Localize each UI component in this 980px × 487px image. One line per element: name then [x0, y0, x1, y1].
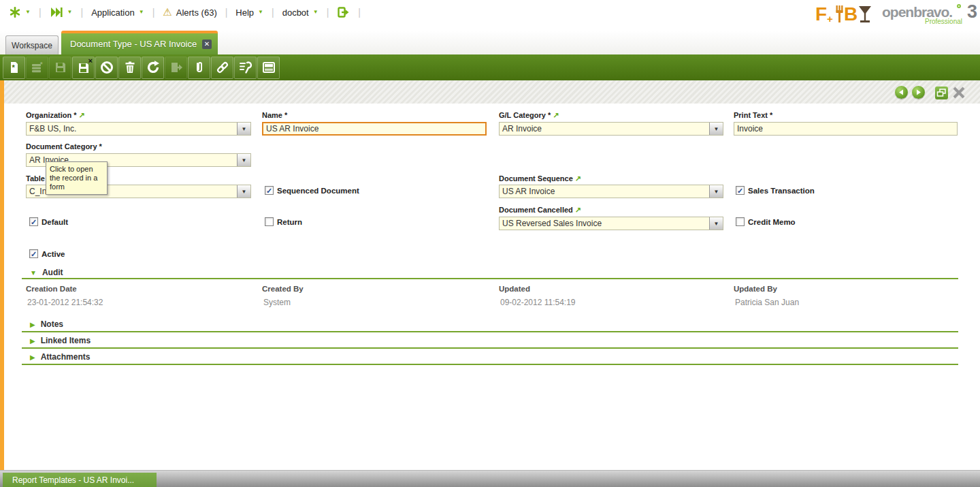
menu-separator: | [358, 7, 361, 18]
triangle-down-icon: ▼ [30, 269, 37, 277]
save-and-close-button[interactable]: × [72, 57, 95, 79]
record-toolbar: * * × [0, 54, 980, 80]
created-by-value: System [263, 298, 291, 307]
new-record-icon: * [7, 61, 21, 74]
section-divider [22, 364, 958, 365]
attachment-icon [193, 61, 206, 74]
openbravo-window: ▼ | ▼ | Application ▼ | ⚠ Alerts (63) [0, 0, 980, 487]
close-view-button[interactable] [952, 86, 966, 99]
organization-label: Organization *↗ [26, 111, 85, 120]
openbravo-ring-icon [957, 4, 961, 8]
linked-items-section-header[interactable]: ▶ Linked Items [30, 336, 91, 345]
menu-separator: | [272, 7, 274, 18]
save-button [49, 57, 71, 79]
gl-category-select[interactable]: AR Invoice ▼ [499, 122, 723, 136]
bottom-status-bar: Report Templates - US AR Invoi... [0, 470, 980, 487]
restore-window-icon [936, 89, 947, 97]
link-button[interactable] [211, 57, 233, 79]
close-x-icon [952, 86, 966, 99]
combo-arrow-icon[interactable]: ▼ [237, 123, 250, 135]
save-icon [54, 61, 67, 74]
chevron-down-icon: ▼ [313, 10, 318, 15]
undo-button[interactable] [95, 57, 118, 79]
new-record-button[interactable]: * [3, 57, 25, 79]
checkbox-check-icon [265, 217, 274, 226]
attachment-button[interactable] [188, 57, 210, 79]
audit-section-header[interactable]: ▼ Audit [30, 268, 63, 277]
fb-company-logo: F + B [815, 3, 875, 29]
updated-label: Updated [499, 285, 530, 293]
chevron-down-icon: ▼ [139, 10, 144, 15]
organization-select[interactable]: F&B US, Inc. ▼ [26, 122, 251, 136]
open-link-icon[interactable]: ↗ [553, 111, 559, 119]
checkbox-check-icon: ✓ [265, 186, 274, 195]
combo-arrow-icon[interactable]: ▼ [709, 185, 723, 198]
refresh-icon [146, 60, 161, 75]
default-checkbox[interactable]: ✓ Default [29, 217, 68, 226]
creation-date-value: 23-01-2012 21:54:32 [27, 298, 103, 307]
form-grid-toggle-icon [261, 60, 276, 75]
report-templates-subtab[interactable]: Report Templates - US AR Invoi... [3, 473, 157, 487]
alerts-menu-button[interactable]: ⚠ Alerts (63) [161, 5, 218, 20]
tab-document-type[interactable]: Document Type - US AR Invoice ✕ [61, 31, 218, 54]
delete-button[interactable] [118, 57, 141, 79]
open-link-icon[interactable]: ↗ [575, 206, 581, 214]
svg-text:F: F [815, 3, 827, 25]
open-link-icon[interactable]: ↗ [575, 174, 581, 183]
window-tab-bar: Workspace Document Type - US AR Invoice … [0, 31, 980, 54]
user-menu-label: docbot [282, 7, 309, 18]
menu-separator: | [327, 7, 329, 18]
logout-button[interactable] [335, 5, 352, 20]
print-text-input[interactable]: Invoice [734, 122, 958, 136]
application-menu-label: Application [91, 7, 135, 18]
attachments-section-header[interactable]: ▶ Attachments [30, 352, 90, 362]
open-link-icon[interactable]: ↗ [79, 111, 85, 119]
document-cancelled-select[interactable]: US Reversed Sales Invoice ▼ [499, 217, 723, 230]
return-checkbox[interactable]: Return [265, 217, 302, 226]
help-menu-button[interactable]: Help ▼ [233, 6, 265, 19]
document-category-label: Document Category * [26, 142, 102, 151]
svg-text:+: + [827, 13, 833, 25]
workspace-menu-button[interactable]: ▼ [7, 5, 33, 20]
document-sequence-select[interactable]: US AR Invoice ▼ [499, 185, 723, 198]
sales-transaction-checkbox[interactable]: ✓ Sales Transaction [736, 186, 815, 195]
combo-arrow-icon[interactable]: ▼ [709, 123, 723, 135]
sequenced-document-checkbox[interactable]: ✓ Sequenced Document [265, 186, 359, 195]
previous-record-button[interactable] [895, 86, 908, 99]
credit-memo-checkbox[interactable]: Credit Memo [736, 217, 796, 226]
export-icon [169, 61, 183, 74]
delete-icon [123, 61, 137, 74]
link-icon [215, 60, 230, 75]
notes-section-header[interactable]: ▶ Notes [30, 319, 63, 329]
next-record-button[interactable] [912, 86, 925, 99]
active-checkbox[interactable]: ✓ Active [29, 249, 65, 258]
user-menu-button[interactable]: docbot ▼ [280, 6, 321, 19]
checkbox-check-icon: ✓ [736, 186, 745, 195]
name-input[interactable]: US AR Invoice [262, 122, 487, 136]
combo-arrow-icon[interactable]: ▼ [237, 185, 250, 198]
audit-trail-icon [238, 60, 253, 75]
chevron-down-icon: ▼ [258, 10, 263, 15]
combo-arrow-icon[interactable]: ▼ [237, 154, 250, 166]
quick-launch-menu-button[interactable]: ▼ [48, 5, 75, 19]
checkbox-check-icon: ✓ [29, 249, 38, 258]
application-menu-button[interactable]: Application ▼ [89, 6, 146, 19]
section-divider [22, 347, 958, 349]
tab-workspace[interactable]: Workspace [5, 35, 59, 54]
gl-category-label: G/L Category *↗ [499, 111, 559, 120]
arrow-right-icon [915, 89, 921, 95]
logout-icon [337, 6, 350, 18]
refresh-button[interactable] [142, 57, 164, 79]
tab-close-icon[interactable]: ✕ [202, 40, 212, 49]
maximize-restore-button[interactable] [935, 87, 948, 99]
new-row-button: * [26, 57, 48, 79]
combo-arrow-icon[interactable]: ▼ [709, 217, 723, 230]
new-row-icon: * [31, 61, 44, 74]
created-by-label: Created By [262, 285, 304, 293]
audit-trail-button[interactable] [234, 57, 257, 79]
creation-date-label: Creation Date [26, 285, 77, 293]
menu-separator: | [152, 7, 155, 18]
updated-value: 09-02-2012 11:54:19 [500, 298, 576, 307]
form-grid-toggle-button[interactable] [257, 57, 280, 79]
skip-forward-icon [50, 7, 63, 18]
